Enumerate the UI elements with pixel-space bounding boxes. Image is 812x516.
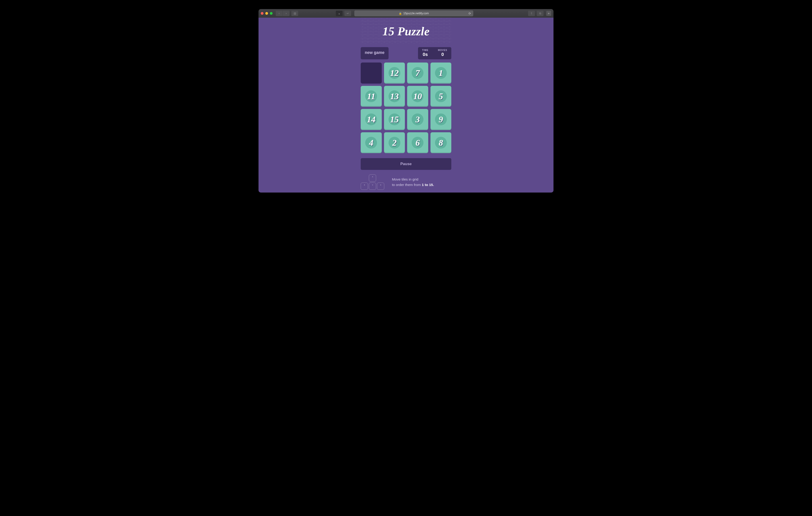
stat-time: TIME 0s: [422, 49, 429, 57]
pocket-button[interactable]: ⌄: [336, 11, 343, 16]
instructions: ˄ ˂ ˅ ˃ Move tiles in grid to order them…: [361, 175, 451, 190]
tile-5[interactable]: 5: [431, 86, 452, 107]
zoom-window-button[interactable]: [270, 12, 272, 15]
readinglist-button[interactable]: ↩: [344, 11, 351, 16]
empty-cell: [361, 62, 382, 84]
stat-moves: MOVES 0: [438, 49, 447, 57]
tile-number: 12: [390, 68, 399, 78]
tile-12[interactable]: 12: [384, 62, 405, 84]
tile-11[interactable]: 11: [361, 86, 382, 107]
tile-6[interactable]: 6: [407, 132, 428, 153]
tile-10[interactable]: 10: [407, 86, 428, 107]
arrow-down-icon: ˅: [369, 183, 376, 190]
tile-number: 15: [390, 114, 399, 124]
stats-panel: TIME 0s MOVES 0: [418, 47, 451, 59]
tile-8[interactable]: 8: [431, 132, 452, 153]
tabs-button[interactable]: ⧉: [537, 11, 544, 16]
tile-number: 3: [415, 114, 420, 124]
browser-window: ‹ › ▤ ⌄ ↩ 🔒 15puzzle.netlify.com ⟳ ⇧ ⧉ +…: [259, 9, 553, 192]
tile-9[interactable]: 9: [431, 109, 452, 130]
new-game-button[interactable]: new game: [361, 47, 388, 59]
tile-number: 11: [367, 91, 375, 101]
sidebar-button[interactable]: ▤: [291, 11, 298, 16]
tile-number: 14: [367, 114, 375, 124]
window-controls: [261, 12, 274, 15]
url-host: 15puzzle.netlify.com: [403, 12, 429, 15]
stat-time-value: 0s: [422, 52, 429, 57]
tile-number: 1: [439, 68, 443, 78]
instructions-line2-bold: 1 to 15.: [422, 183, 434, 187]
instructions-line2-pre: to order them from: [392, 183, 422, 187]
nav-buttons: ‹ ›: [276, 11, 290, 16]
pause-button[interactable]: Pause: [361, 158, 451, 170]
tile-number: 7: [415, 68, 420, 78]
puzzle-grid: 127111131051415394268: [361, 62, 451, 153]
minimize-window-button[interactable]: [265, 12, 268, 15]
game-header: 15 Puzzle: [361, 18, 451, 45]
new-tab-button[interactable]: +: [546, 11, 551, 16]
page: 15 Puzzle new game TIME 0s MOVES 0 12711…: [259, 18, 553, 192]
tile-number: 13: [390, 91, 399, 101]
wave-divider: [361, 192, 451, 192]
stat-moves-label: MOVES: [438, 49, 447, 52]
arrow-left-icon: ˂: [361, 183, 368, 190]
game-title: 15 Puzzle: [361, 18, 451, 45]
tile-15[interactable]: 15: [384, 109, 405, 130]
instructions-text: Move tiles in grid to order them from 1 …: [392, 177, 434, 187]
share-button[interactable]: ⇧: [528, 11, 535, 16]
stat-moves-value: 0: [438, 52, 447, 57]
tile-7[interactable]: 7: [407, 62, 428, 84]
tile-number: 10: [413, 91, 422, 101]
tile-number: 2: [392, 138, 397, 148]
arrow-keys-diagram: ˄ ˂ ˅ ˃: [361, 175, 384, 190]
stat-time-label: TIME: [422, 49, 429, 52]
tile-3[interactable]: 3: [407, 109, 428, 130]
tile-number: 5: [439, 91, 443, 101]
tile-4[interactable]: 4: [361, 132, 382, 153]
tile-13[interactable]: 13: [384, 86, 405, 107]
tile-number: 8: [439, 138, 443, 148]
game-column: 15 Puzzle new game TIME 0s MOVES 0 12711…: [361, 18, 451, 192]
tile-14[interactable]: 14: [361, 109, 382, 130]
back-button[interactable]: ‹: [276, 11, 283, 16]
lock-icon: 🔒: [399, 12, 402, 15]
forward-button[interactable]: ›: [283, 11, 290, 16]
address-bar[interactable]: 🔒 15puzzle.netlify.com ⟳: [354, 10, 473, 16]
tile-number: 4: [369, 138, 373, 148]
tile-2[interactable]: 2: [384, 132, 405, 153]
instructions-line1: Move tiles in grid: [392, 177, 434, 182]
close-window-button[interactable]: [261, 12, 263, 15]
reload-icon[interactable]: ⟳: [468, 12, 471, 15]
arrow-right-icon: ˃: [377, 183, 384, 190]
arrow-up-icon: ˄: [369, 175, 376, 182]
browser-toolbar: ‹ › ▤ ⌄ ↩ 🔒 15puzzle.netlify.com ⟳ ⇧ ⧉ +: [259, 9, 553, 18]
tile-number: 9: [439, 114, 443, 124]
tile-number: 6: [415, 138, 420, 148]
tile-1[interactable]: 1: [431, 62, 452, 84]
controls-row: new game TIME 0s MOVES 0: [361, 47, 451, 59]
instructions-line2: to order them from 1 to 15.: [392, 182, 434, 187]
